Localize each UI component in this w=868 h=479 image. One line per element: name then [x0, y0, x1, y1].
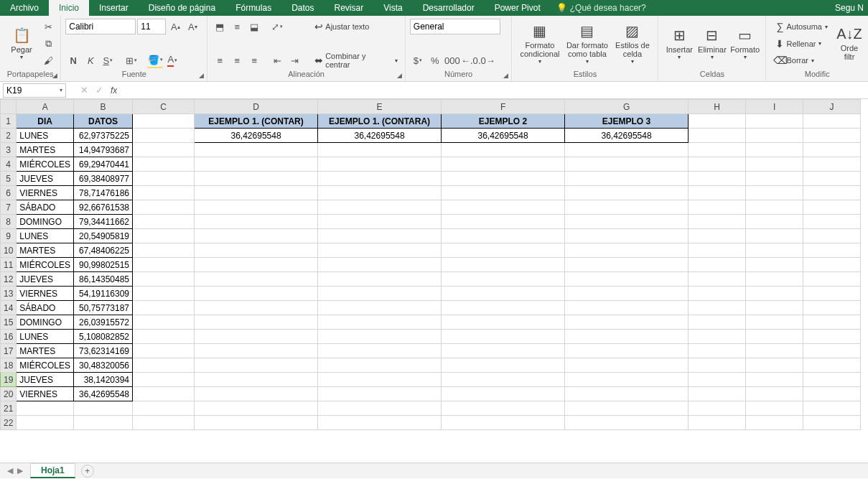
- cell-B18[interactable]: 30,48320056: [74, 358, 133, 373]
- cell-A10[interactable]: MARTES: [17, 243, 74, 258]
- percent-button[interactable]: %: [427, 52, 443, 68]
- merge-center-button[interactable]: ⬌Combinar y centrar ▾: [309, 52, 400, 68]
- fill-button[interactable]: ⬇Rellenar ▾: [770, 36, 831, 52]
- number-format-select[interactable]: [410, 19, 500, 34]
- wrap-text-button[interactable]: ↩Ajustar texto: [309, 19, 400, 34]
- menu-tab-power-pivot[interactable]: Power Pivot: [485, 0, 551, 16]
- new-sheet-button[interactable]: +: [81, 465, 94, 478]
- cell-B2[interactable]: 62,97375225: [74, 129, 133, 143]
- menu-tab-datos[interactable]: Datos: [281, 0, 324, 16]
- currency-button[interactable]: $▾: [410, 52, 426, 68]
- font-family-select[interactable]: [65, 19, 136, 34]
- cell-B13[interactable]: 54,19116309: [74, 287, 133, 301]
- align-top-button[interactable]: ⬒: [212, 19, 228, 34]
- format-button[interactable]: ▭Formato▾: [729, 19, 762, 68]
- cell-B11[interactable]: 90,99802515: [74, 258, 133, 272]
- font-color-button[interactable]: A▾: [164, 52, 180, 68]
- cell-F1[interactable]: EJEMPLO 2: [442, 114, 565, 129]
- fill-color-button[interactable]: 🪣▾: [147, 52, 163, 68]
- format-painter-button[interactable]: 🖌: [40, 52, 56, 68]
- conditional-format-button[interactable]: ▦Formato condicional▾: [516, 19, 563, 68]
- sheet-tab-hoja1[interactable]: Hoja1: [30, 463, 75, 478]
- cell-B20[interactable]: 36,42695548: [74, 387, 133, 401]
- accept-formula-button[interactable]: ✓: [95, 85, 103, 96]
- align-bottom-button[interactable]: ⬓: [246, 19, 262, 34]
- col-header-I[interactable]: I: [746, 100, 803, 114]
- cancel-formula-button[interactable]: ✕: [80, 85, 88, 96]
- cell-B6[interactable]: 78,71476186: [74, 186, 133, 200]
- cell-B9[interactable]: 20,54905819: [74, 229, 133, 243]
- paste-button[interactable]: 📋 Pegar ▾: [4, 19, 39, 68]
- cell-B10[interactable]: 67,48406225: [74, 243, 133, 258]
- borders-button[interactable]: ⊞▾: [123, 52, 139, 68]
- name-box[interactable]: K19▾: [3, 83, 66, 98]
- cell-B12[interactable]: 86,14350485: [74, 272, 133, 287]
- cell-styles-button[interactable]: ▨Estilos de celda▾: [611, 19, 653, 68]
- autosum-button[interactable]: ∑Autosuma ▾: [770, 19, 831, 34]
- row-header-6[interactable]: 6: [1, 186, 17, 200]
- bold-button[interactable]: N: [65, 52, 81, 68]
- row-header-13[interactable]: 13: [1, 287, 17, 301]
- row-header-2[interactable]: 2: [1, 129, 17, 143]
- align-middle-button[interactable]: ≡: [229, 19, 245, 34]
- decrease-font-button[interactable]: A▾: [185, 19, 200, 34]
- row-header-16[interactable]: 16: [1, 330, 17, 344]
- cell-B15[interactable]: 26,03915572: [74, 315, 133, 330]
- cell-A8[interactable]: DOMINGO: [17, 215, 74, 229]
- cell-B8[interactable]: 79,34411662: [74, 215, 133, 229]
- worksheet-grid[interactable]: ABCDEFGHIJ1DIADATOSEJEMPLO 1. (CONTAR)EJ…: [0, 99, 868, 462]
- menu-tab-vista[interactable]: Vista: [373, 0, 412, 16]
- menu-tab-inicio[interactable]: Inicio: [49, 0, 89, 16]
- format-as-table-button[interactable]: ▤Dar formato como tabla▾: [563, 19, 611, 68]
- col-header-C[interactable]: C: [133, 100, 195, 114]
- cell-D1[interactable]: EJEMPLO 1. (CONTAR): [195, 114, 318, 129]
- dialog-launcher[interactable]: ◢: [199, 72, 204, 79]
- cell-D2[interactable]: 36,42695548: [195, 129, 318, 143]
- row-header-15[interactable]: 15: [1, 315, 17, 330]
- tell-me-search[interactable]: 💡 ¿Qué desea hacer?: [556, 3, 646, 13]
- cell-A16[interactable]: LUNES: [17, 330, 74, 344]
- cell-A3[interactable]: MARTES: [17, 143, 74, 157]
- row-header-10[interactable]: 10: [1, 243, 17, 258]
- cell-F2[interactable]: 36,42695548: [442, 129, 565, 143]
- underline-button[interactable]: S▾: [100, 52, 116, 68]
- col-header-G[interactable]: G: [565, 100, 689, 114]
- cell-A9[interactable]: LUNES: [17, 229, 74, 243]
- dialog-launcher[interactable]: ◢: [397, 72, 402, 79]
- row-header-7[interactable]: 7: [1, 200, 17, 215]
- fx-icon[interactable]: fx: [111, 85, 117, 96]
- cell-E2[interactable]: 36,42695548: [318, 129, 442, 143]
- font-size-select[interactable]: [137, 19, 166, 34]
- account-name[interactable]: Segu N: [835, 3, 868, 13]
- cell-B19[interactable]: 38,1420394: [74, 373, 133, 387]
- thousands-button[interactable]: 000: [444, 52, 460, 68]
- menu-tab-archivo[interactable]: Archivo: [0, 0, 49, 16]
- decrease-indent-button[interactable]: ⇤: [269, 52, 285, 68]
- row-header-12[interactable]: 12: [1, 272, 17, 287]
- increase-decimal-button[interactable]: ←.0: [462, 52, 477, 68]
- col-header-A[interactable]: A: [17, 100, 74, 114]
- menu-tab-fórmulas[interactable]: Fórmulas: [225, 0, 281, 16]
- cut-button[interactable]: ✂: [40, 19, 56, 34]
- cell-B17[interactable]: 73,62314169: [74, 344, 133, 358]
- align-center-button[interactable]: ≡: [229, 52, 245, 68]
- cell-A14[interactable]: SÁBADO: [17, 301, 74, 315]
- cell-B7[interactable]: 92,66761538: [74, 200, 133, 215]
- row-header-20[interactable]: 20: [1, 387, 17, 401]
- copy-button[interactable]: ⧉: [40, 36, 56, 52]
- cell-A2[interactable]: LUNES: [17, 129, 74, 143]
- italic-button[interactable]: K: [83, 52, 98, 68]
- cell-A15[interactable]: DOMINGO: [17, 315, 74, 330]
- row-header-14[interactable]: 14: [1, 301, 17, 315]
- cell-G1[interactable]: EJEMPLO 3: [565, 114, 689, 129]
- cell-A7[interactable]: SÁBADO: [17, 200, 74, 215]
- cell-B14[interactable]: 50,75773187: [74, 301, 133, 315]
- col-header-E[interactable]: E: [318, 100, 442, 114]
- cell-A19[interactable]: JUEVES: [17, 373, 74, 387]
- cell-A17[interactable]: MARTES: [17, 344, 74, 358]
- cell-A5[interactable]: JUEVES: [17, 172, 74, 186]
- formula-bar-input[interactable]: [117, 83, 868, 98]
- row-header-11[interactable]: 11: [1, 258, 17, 272]
- row-header-19[interactable]: 19: [1, 373, 17, 387]
- cell-A20[interactable]: VIERNES: [17, 387, 74, 401]
